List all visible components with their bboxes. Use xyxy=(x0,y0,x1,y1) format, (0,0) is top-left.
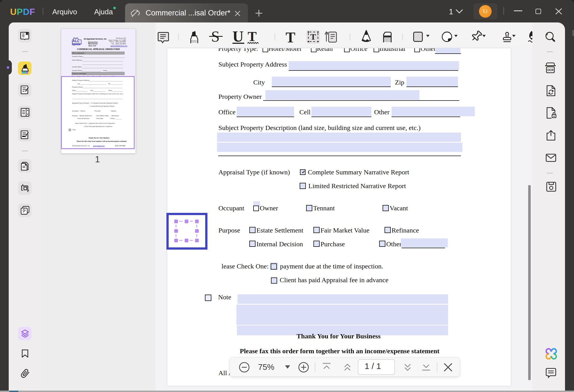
svg-text:OCR: OCR xyxy=(547,69,554,72)
svg-text:T: T xyxy=(310,32,316,41)
